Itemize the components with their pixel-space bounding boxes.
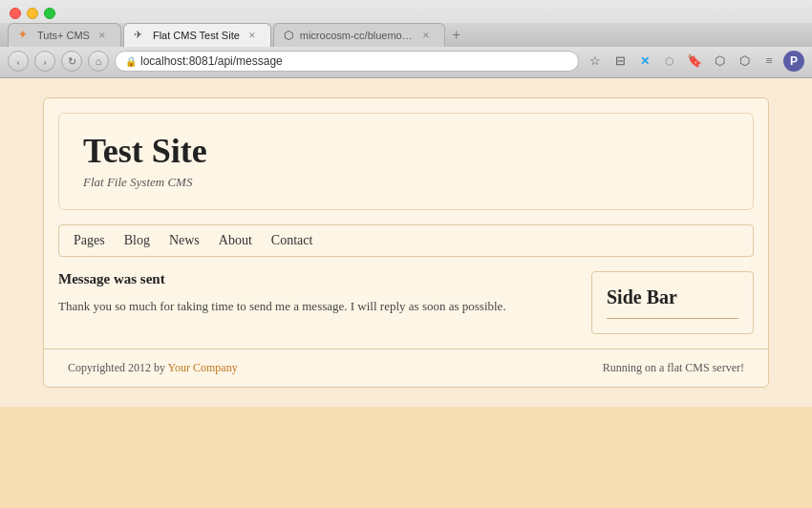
close-button[interactable]: [10, 8, 21, 19]
main-content: Message was sent Thank you so much for t…: [58, 271, 577, 334]
nav-item-pages[interactable]: Pages: [74, 233, 105, 248]
address-bar-row: ‹ › ↻ ⌂ 🔒 localhost:8081/api/message ☆ ⊟…: [0, 47, 812, 77]
tab-github-close[interactable]: ✕: [419, 29, 433, 42]
tab-flatcms-close[interactable]: ✕: [246, 29, 259, 42]
extension3-icon[interactable]: ⬡: [734, 51, 755, 72]
nav-link-blog[interactable]: Blog: [124, 233, 150, 247]
tab-tutsplus[interactable]: ✦ Tuts+ CMS ✕: [8, 23, 121, 47]
tab-tutsplus-close[interactable]: ✕: [96, 29, 109, 42]
extension1-icon[interactable]: ⬡: [659, 51, 680, 72]
extension2-icon[interactable]: ⬡: [709, 51, 730, 72]
site-header: Test Site Flat File System CMS: [58, 113, 754, 210]
profile-icon[interactable]: P: [783, 51, 804, 72]
company-link[interactable]: Your Company: [168, 361, 238, 374]
nav-item-about[interactable]: About: [219, 233, 252, 248]
tab-github[interactable]: ⬡ microcosm-cc/bluemonday: b... ✕: [273, 23, 445, 47]
minimize-button[interactable]: [27, 8, 38, 19]
site-subtitle: Flat File System CMS: [83, 175, 729, 190]
maximize-button[interactable]: [44, 8, 55, 19]
tab-github-label: microcosm-cc/bluemonday: b...: [300, 30, 414, 41]
bookmark-icon[interactable]: 🔖: [684, 51, 705, 72]
site-container: Test Site Flat File System CMS Pages Blo…: [43, 97, 769, 388]
footer-server-text: Running on a flat CMS server!: [603, 361, 744, 375]
sidebar-title: Side Bar: [607, 286, 738, 319]
new-tab-button[interactable]: +: [447, 24, 466, 47]
home-button[interactable]: ⌂: [88, 51, 109, 72]
tab-flatcms[interactable]: ✈ Flat CMS Test Site ✕: [123, 23, 271, 47]
nav-item-contact[interactable]: Contact: [271, 233, 313, 248]
message-body: Thank you so much for taking time to sen…: [58, 297, 577, 316]
flatcms-favicon: ✈: [134, 29, 147, 42]
nav-links: Pages Blog News About Contact: [74, 233, 738, 248]
back-button[interactable]: ‹: [8, 51, 29, 72]
site-nav: Pages Blog News About Contact: [58, 224, 754, 257]
github-favicon: ⬡: [284, 29, 294, 42]
traffic-lights: [0, 0, 812, 23]
tab-tutsplus-label: Tuts+ CMS: [37, 30, 90, 41]
refresh-button[interactable]: ↻: [61, 51, 82, 72]
content-area: Message was sent Thank you so much for t…: [44, 271, 768, 349]
twitter-icon[interactable]: ✕: [634, 51, 655, 72]
lock-icon: 🔒: [125, 56, 137, 67]
address-bar[interactable]: 🔒 localhost:8081/api/message: [115, 51, 579, 72]
nav-link-about[interactable]: About: [219, 233, 252, 247]
bookmark-star-icon[interactable]: ☆: [585, 51, 606, 72]
footer-copyright: Copyrighted 2012 by Your Company: [68, 361, 238, 375]
toolbar-icons: ☆ ⊟ ✕ ⬡ 🔖 ⬡ ⬡ ≡ P: [585, 51, 804, 72]
browser-chrome: ✦ Tuts+ CMS ✕ ✈ Flat CMS Test Site ✕ ⬡ m…: [0, 0, 812, 78]
site-footer: Copyrighted 2012 by Your Company Running…: [44, 349, 768, 387]
tutsplus-favicon: ✦: [18, 29, 32, 42]
nav-item-news[interactable]: News: [169, 233, 200, 248]
menu-icon[interactable]: ≡: [759, 51, 780, 72]
copyright-text: Copyrighted 2012 by: [68, 361, 168, 374]
reader-icon[interactable]: ⊟: [609, 51, 630, 72]
nav-item-blog[interactable]: Blog: [124, 233, 150, 248]
tab-flatcms-label: Flat CMS Test Site: [153, 30, 240, 41]
nav-link-news[interactable]: News: [169, 233, 200, 247]
forward-button[interactable]: ›: [34, 51, 55, 72]
site-title: Test Site: [83, 133, 729, 171]
nav-link-contact[interactable]: Contact: [271, 233, 313, 247]
message-title: Message was sent: [58, 271, 577, 287]
sidebar: Side Bar: [591, 271, 754, 334]
tab-bar: ✦ Tuts+ CMS ✕ ✈ Flat CMS Test Site ✕ ⬡ m…: [0, 23, 812, 47]
nav-link-pages[interactable]: Pages: [74, 233, 105, 247]
page-wrapper: Test Site Flat File System CMS Pages Blo…: [0, 78, 812, 407]
address-text: localhost:8081/api/message: [140, 54, 283, 68]
